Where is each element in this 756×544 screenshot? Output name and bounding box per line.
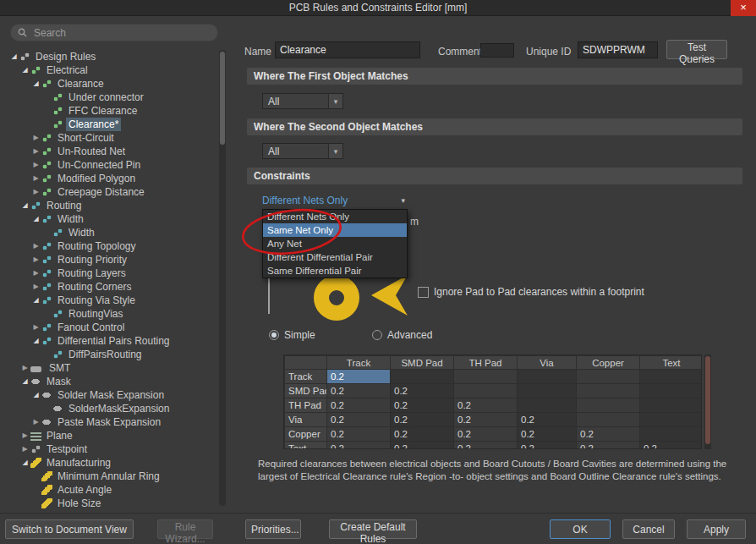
tree-item-manufacturing[interactable]: ◢Manufacturing <box>2 456 215 470</box>
matrix-cell[interactable] <box>640 370 703 384</box>
create-default-rules-button[interactable]: Create Default Rules <box>329 519 417 539</box>
matrix-cell[interactable] <box>518 384 577 398</box>
matrix-cell[interactable]: 0.2 <box>391 427 454 442</box>
matrix-cell[interactable]: 0.2 <box>327 413 391 427</box>
tree-item-width[interactable]: ◢Width <box>2 212 215 226</box>
matrix-cell[interactable]: 0.2 <box>391 398 454 413</box>
net-scope-option[interactable]: Same Differential Pair <box>263 264 407 277</box>
matrix-cell[interactable] <box>391 370 454 384</box>
matrix-cell[interactable] <box>577 413 640 427</box>
tree-item-routing-corners[interactable]: ▶Routing Corners <box>2 280 215 294</box>
rule-name-input[interactable] <box>275 41 420 58</box>
ok-button[interactable]: OK <box>550 519 611 539</box>
tree-item-design-rules[interactable]: ◢Design Rules <box>2 50 215 63</box>
matrix-scrollbar-thumb[interactable] <box>705 356 710 444</box>
tree-item-smt[interactable]: ▶SMT <box>2 361 215 375</box>
net-scope-option[interactable]: Different Nets Only <box>263 210 407 223</box>
matrix-cell[interactable]: 0.2 <box>454 427 518 442</box>
switch-to-document-view-button[interactable]: Switch to Document View <box>5 519 134 539</box>
matrix-cell[interactable] <box>577 398 640 413</box>
tree-item-routing[interactable]: ◢Routing <box>2 199 215 212</box>
tree-collapsed-arrow-icon[interactable]: ▶ <box>30 172 41 185</box>
apply-button[interactable]: Apply <box>687 519 746 539</box>
matrix-cell[interactable] <box>640 413 703 427</box>
tree-expanded-arrow-icon[interactable]: ◢ <box>19 456 30 470</box>
first-object-scope-dropdown[interactable]: All ▾ <box>262 93 343 109</box>
matrix-scrollbar[interactable] <box>704 354 711 449</box>
tree-expanded-arrow-icon[interactable]: ◢ <box>30 77 41 91</box>
matrix-cell[interactable] <box>454 370 518 384</box>
tree-item-clearance[interactable]: ◢Clearance <box>2 77 215 91</box>
cancel-button[interactable]: Cancel <box>622 519 675 539</box>
priorities-button[interactable]: Priorities... <box>245 519 301 539</box>
tree-expanded-arrow-icon[interactable]: ◢ <box>19 63 30 77</box>
tree-item-routing-via-style[interactable]: ◢Routing Via Style <box>2 294 215 307</box>
net-scope-option[interactable]: Same Net Only <box>263 223 407 237</box>
tree-item-acute-angle[interactable]: Acute Angle <box>2 483 215 497</box>
matrix-cell[interactable] <box>640 384 703 398</box>
matrix-cell[interactable]: 0.2 <box>577 427 640 442</box>
tree-scrollbar-thumb[interactable] <box>220 52 225 145</box>
matrix-cell[interactable]: 0.2 <box>454 442 518 450</box>
matrix-cell[interactable] <box>640 427 703 442</box>
tree-item-width[interactable]: Width <box>2 226 215 239</box>
tree-collapsed-arrow-icon[interactable]: ▶ <box>19 442 30 456</box>
tree-item-paste-mask-expansion[interactable]: ▶Paste Mask Expansion <box>2 415 215 429</box>
matrix-cell[interactable]: 0.2 <box>577 442 640 450</box>
tree-item-differential-pairs-routing[interactable]: ◢Differential Pairs Routing <box>2 334 215 348</box>
matrix-cell[interactable]: 0.2 <box>327 384 391 398</box>
tree-item-fanout-control[interactable]: ▶Fanout Control <box>2 321 215 334</box>
tree-collapsed-arrow-icon[interactable]: ▶ <box>30 185 41 199</box>
tree-item-routingvias[interactable]: RoutingVias <box>2 307 215 321</box>
tree-item-ffc-clearance[interactable]: FFC Clearance <box>2 104 215 118</box>
tree-scrollbar[interactable] <box>219 50 226 506</box>
test-queries-button[interactable]: Test Queries <box>666 40 727 59</box>
tree-item-short-circuit[interactable]: ▶Short-Circuit <box>2 131 215 145</box>
close-button[interactable]: × <box>731 0 756 16</box>
tree-item-routing-priority[interactable]: ▶Routing Priority <box>2 253 215 267</box>
unique-id-input[interactable] <box>578 41 658 58</box>
tree-collapsed-arrow-icon[interactable]: ▶ <box>19 429 30 442</box>
matrix-cell[interactable]: 0.2 <box>327 398 391 413</box>
tree-item-routing-layers[interactable]: ▶Routing Layers <box>2 267 215 280</box>
net-scope-option[interactable]: Different Differential Pair <box>263 250 407 264</box>
tree-item-creepage-distance[interactable]: ▶Creepage Distance <box>2 185 215 199</box>
tree-expanded-arrow-icon[interactable]: ◢ <box>19 199 30 212</box>
tree-item-diffpairsrouting[interactable]: DiffPairsRouting <box>2 348 215 361</box>
tree-collapsed-arrow-icon[interactable]: ▶ <box>30 158 41 172</box>
search-input[interactable] <box>32 26 211 40</box>
tree-collapsed-arrow-icon[interactable]: ▶ <box>30 239 41 253</box>
matrix-cell[interactable] <box>640 398 703 413</box>
tree-item-electrical[interactable]: ◢Electrical <box>2 63 215 77</box>
matrix-cell[interactable] <box>518 370 577 384</box>
matrix-cell[interactable]: 0.2 <box>454 398 518 413</box>
tree-collapsed-arrow-icon[interactable]: ▶ <box>30 253 41 267</box>
second-object-scope-dropdown[interactable]: All ▾ <box>262 143 343 159</box>
net-scope-dropdown[interactable]: Different Nets Only ▾ <box>262 193 408 208</box>
matrix-cell[interactable]: 0.2 <box>640 442 703 450</box>
matrix-cell[interactable]: 0.2 <box>391 413 454 427</box>
tree-collapsed-arrow-icon[interactable]: ▶ <box>30 280 41 294</box>
matrix-cell[interactable]: 0.2 <box>391 442 454 450</box>
tree-expanded-arrow-icon[interactable]: ◢ <box>30 212 41 226</box>
tree-expanded-arrow-icon[interactable]: ◢ <box>8 50 19 63</box>
matrix-cell[interactable] <box>577 370 640 384</box>
tree-collapsed-arrow-icon[interactable]: ▶ <box>30 415 41 429</box>
matrix-cell[interactable]: 0.2 <box>518 427 577 442</box>
tree-item-plane[interactable]: ▶Plane <box>2 429 215 442</box>
tree-item-soldermaskexpansion[interactable]: SolderMaskExpansion <box>2 402 215 415</box>
tree-item-solder-mask-expansion[interactable]: ◢Solder Mask Expansion <box>2 388 215 402</box>
matrix-cell[interactable]: 0.2 <box>454 413 518 427</box>
tree-expanded-arrow-icon[interactable]: ◢ <box>30 294 41 307</box>
matrix-cell[interactable] <box>454 384 518 398</box>
matrix-cell[interactable]: 0.2 <box>327 370 391 384</box>
tree-item-routing-topology[interactable]: ▶Routing Topology <box>2 239 215 253</box>
tree-item-un-routed-net[interactable]: ▶Un-Routed Net <box>2 145 215 158</box>
tree-collapsed-arrow-icon[interactable]: ▶ <box>30 321 41 334</box>
tree-item-clearance[interactable]: Clearance* <box>2 118 215 131</box>
tree-item-un-connected-pin[interactable]: ▶Un-Connected Pin <box>2 158 215 172</box>
matrix-cell[interactable] <box>577 384 640 398</box>
matrix-cell[interactable]: 0.2 <box>518 442 577 450</box>
tree-item-hole-size[interactable]: Hole Size <box>2 497 215 510</box>
net-scope-option[interactable]: Any Net <box>263 237 407 250</box>
